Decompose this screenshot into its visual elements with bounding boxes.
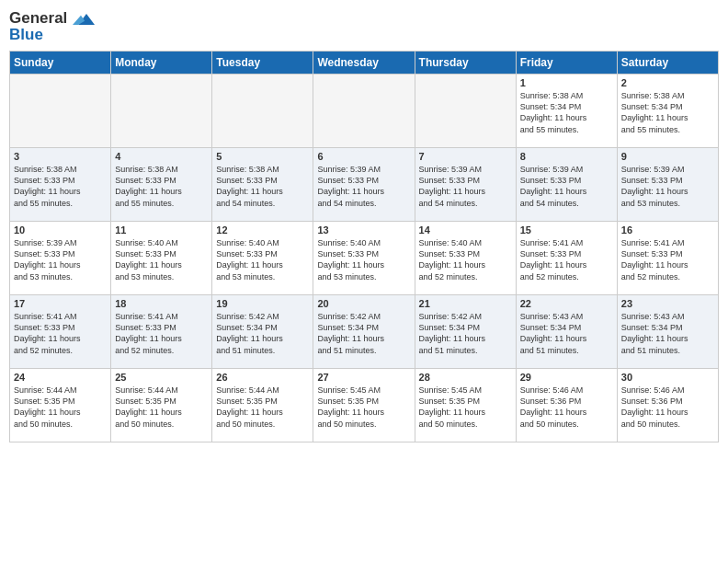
calendar-cell: 22Sunrise: 5:43 AM Sunset: 5:34 PM Dayli… [516,295,617,369]
calendar-week-row: 17Sunrise: 5:41 AM Sunset: 5:33 PM Dayli… [10,295,719,369]
day-number: 20 [317,298,410,309]
day-number: 12 [216,224,309,236]
day-number: 13 [317,224,410,236]
day-number: 22 [520,298,613,309]
day-number: 17 [14,298,107,309]
logo: General Blue [9,9,95,43]
calendar-cell: 15Sunrise: 5:41 AM Sunset: 5:33 PM Dayli… [516,222,617,295]
calendar-cell: 21Sunrise: 5:42 AM Sunset: 5:34 PM Dayli… [415,295,516,369]
calendar-day-header: Wednesday [313,52,415,75]
day-info: Sunrise: 5:41 AM Sunset: 5:33 PM Dayligh… [621,237,714,282]
calendar-cell: 30Sunrise: 5:46 AM Sunset: 5:36 PM Dayli… [617,369,718,442]
calendar-day-header: Sunday [10,52,111,75]
day-number: 10 [14,224,107,236]
day-info: Sunrise: 5:46 AM Sunset: 5:36 PM Dayligh… [621,385,714,430]
day-number: 6 [317,151,410,162]
day-info: Sunrise: 5:44 AM Sunset: 5:35 PM Dayligh… [14,385,107,430]
day-number: 27 [317,372,410,383]
day-number: 11 [115,224,208,236]
day-info: Sunrise: 5:40 AM Sunset: 5:33 PM Dayligh… [317,237,410,282]
calendar-cell: 5Sunrise: 5:38 AM Sunset: 5:33 PM Daylig… [212,148,313,222]
day-number: 5 [216,151,309,162]
day-number: 8 [520,151,613,162]
day-info: Sunrise: 5:39 AM Sunset: 5:33 PM Dayligh… [317,164,410,209]
logo-blue: Blue [9,26,95,44]
day-info: Sunrise: 5:41 AM Sunset: 5:33 PM Dayligh… [14,311,107,356]
day-info: Sunrise: 5:38 AM Sunset: 5:33 PM Dayligh… [216,164,309,209]
calendar-day-header: Monday [111,52,212,75]
day-info: Sunrise: 5:45 AM Sunset: 5:35 PM Dayligh… [419,385,512,430]
calendar-cell: 8Sunrise: 5:39 AM Sunset: 5:33 PM Daylig… [516,148,617,222]
day-number: 26 [216,372,309,383]
day-number: 19 [216,298,309,309]
calendar-cell: 14Sunrise: 5:40 AM Sunset: 5:33 PM Dayli… [415,222,516,295]
day-info: Sunrise: 5:39 AM Sunset: 5:33 PM Dayligh… [520,164,613,209]
calendar-cell: 2Sunrise: 5:38 AM Sunset: 5:34 PM Daylig… [617,75,718,148]
calendar-cell: 10Sunrise: 5:39 AM Sunset: 5:33 PM Dayli… [10,222,111,295]
day-info: Sunrise: 5:39 AM Sunset: 5:33 PM Dayligh… [419,164,512,209]
day-info: Sunrise: 5:38 AM Sunset: 5:34 PM Dayligh… [520,90,613,135]
calendar-cell: 12Sunrise: 5:40 AM Sunset: 5:33 PM Dayli… [212,222,313,295]
calendar-cell: 6Sunrise: 5:39 AM Sunset: 5:33 PM Daylig… [313,148,415,222]
day-info: Sunrise: 5:42 AM Sunset: 5:34 PM Dayligh… [419,311,512,356]
day-info: Sunrise: 5:44 AM Sunset: 5:35 PM Dayligh… [115,385,208,430]
calendar-week-row: 24Sunrise: 5:44 AM Sunset: 5:35 PM Dayli… [10,369,719,442]
calendar-cell: 11Sunrise: 5:40 AM Sunset: 5:33 PM Dayli… [111,222,212,295]
day-info: Sunrise: 5:38 AM Sunset: 5:33 PM Dayligh… [14,164,107,209]
day-info: Sunrise: 5:42 AM Sunset: 5:34 PM Dayligh… [317,311,410,356]
day-info: Sunrise: 5:44 AM Sunset: 5:35 PM Dayligh… [216,385,309,430]
calendar-week-row: 3Sunrise: 5:38 AM Sunset: 5:33 PM Daylig… [10,148,719,222]
day-number: 29 [520,372,613,383]
calendar-day-header: Thursday [415,52,516,75]
calendar-day-header: Friday [516,52,617,75]
day-number: 21 [419,298,512,309]
calendar-day-header: Tuesday [212,52,313,75]
day-info: Sunrise: 5:40 AM Sunset: 5:33 PM Dayligh… [115,237,208,282]
calendar-cell: 23Sunrise: 5:43 AM Sunset: 5:34 PM Dayli… [617,295,718,369]
calendar-table: SundayMondayTuesdayWednesdayThursdayFrid… [9,51,719,442]
calendar-week-row: 10Sunrise: 5:39 AM Sunset: 5:33 PM Dayli… [10,222,719,295]
day-info: Sunrise: 5:38 AM Sunset: 5:33 PM Dayligh… [115,164,208,209]
calendar-cell: 17Sunrise: 5:41 AM Sunset: 5:33 PM Dayli… [10,295,111,369]
day-info: Sunrise: 5:38 AM Sunset: 5:34 PM Dayligh… [621,90,714,135]
calendar-week-row: 1Sunrise: 5:38 AM Sunset: 5:34 PM Daylig… [10,75,719,148]
day-info: Sunrise: 5:41 AM Sunset: 5:33 PM Dayligh… [520,237,613,282]
calendar-cell: 24Sunrise: 5:44 AM Sunset: 5:35 PM Dayli… [10,369,111,442]
day-info: Sunrise: 5:40 AM Sunset: 5:33 PM Dayligh… [216,237,309,282]
calendar-cell: 13Sunrise: 5:40 AM Sunset: 5:33 PM Dayli… [313,222,415,295]
day-info: Sunrise: 5:41 AM Sunset: 5:33 PM Dayligh… [115,311,208,356]
day-number: 16 [621,224,714,236]
calendar-cell [111,75,212,148]
day-info: Sunrise: 5:39 AM Sunset: 5:33 PM Dayligh… [621,164,714,209]
day-number: 7 [419,151,512,162]
day-info: Sunrise: 5:40 AM Sunset: 5:33 PM Dayligh… [419,237,512,282]
calendar-cell: 7Sunrise: 5:39 AM Sunset: 5:33 PM Daylig… [415,148,516,222]
calendar-cell: 19Sunrise: 5:42 AM Sunset: 5:34 PM Dayli… [212,295,313,369]
calendar-cell: 20Sunrise: 5:42 AM Sunset: 5:34 PM Dayli… [313,295,415,369]
day-number: 18 [115,298,208,309]
calendar-cell [415,75,516,148]
page: General Blue SundayMondayTuesdayWednesda… [0,0,728,563]
calendar-cell: 1Sunrise: 5:38 AM Sunset: 5:34 PM Daylig… [516,75,617,148]
calendar-cell [10,75,111,148]
day-number: 3 [14,151,107,162]
calendar-cell [212,75,313,148]
day-number: 24 [14,372,107,383]
calendar-cell: 27Sunrise: 5:45 AM Sunset: 5:35 PM Dayli… [313,369,415,442]
calendar-cell: 29Sunrise: 5:46 AM Sunset: 5:36 PM Dayli… [516,369,617,442]
logo-general: General [9,9,95,28]
day-info: Sunrise: 5:39 AM Sunset: 5:33 PM Dayligh… [14,237,107,282]
day-number: 25 [115,372,208,383]
day-number: 28 [419,372,512,383]
calendar-cell: 3Sunrise: 5:38 AM Sunset: 5:33 PM Daylig… [10,148,111,222]
day-number: 2 [621,77,714,88]
calendar-cell: 9Sunrise: 5:39 AM Sunset: 5:33 PM Daylig… [617,148,718,222]
calendar-cell: 25Sunrise: 5:44 AM Sunset: 5:35 PM Dayli… [111,369,212,442]
day-info: Sunrise: 5:42 AM Sunset: 5:34 PM Dayligh… [216,311,309,356]
day-info: Sunrise: 5:43 AM Sunset: 5:34 PM Dayligh… [520,311,613,356]
day-info: Sunrise: 5:45 AM Sunset: 5:35 PM Dayligh… [317,385,410,430]
day-number: 15 [520,224,613,236]
calendar-cell: 16Sunrise: 5:41 AM Sunset: 5:33 PM Dayli… [617,222,718,295]
day-number: 1 [520,77,613,88]
calendar-cell: 26Sunrise: 5:44 AM Sunset: 5:35 PM Dayli… [212,369,313,442]
